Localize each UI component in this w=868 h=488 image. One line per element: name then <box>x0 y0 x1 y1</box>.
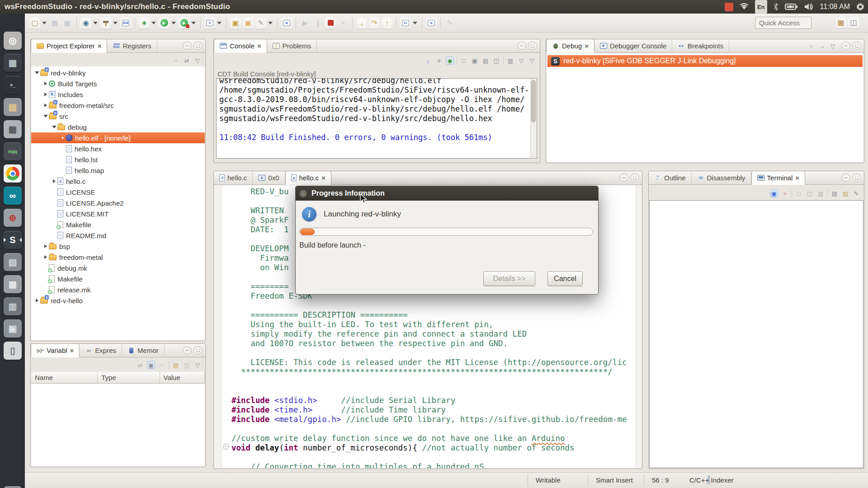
tree-item-freedom-metal[interactable]: freedom-metal <box>31 252 205 263</box>
display-console-icon[interactable]: ◫ <box>492 56 500 65</box>
view-menu-icon[interactable]: ▽ <box>528 56 536 65</box>
settings-gear-icon[interactable] <box>856 0 864 14</box>
volume-icon[interactable] <box>804 0 814 14</box>
debug-target-icon[interactable]: ◉ <box>80 17 92 29</box>
tree-item-build-targets[interactable]: Build Targets <box>31 78 205 89</box>
save-icon[interactable]: ▦ <box>49 17 61 29</box>
show-columns-icon[interactable]: ⇄ <box>136 361 144 369</box>
expander-open-icon[interactable] <box>34 71 40 74</box>
app-indicator-icon[interactable] <box>725 0 733 14</box>
binary-icon[interactable]: 010 <box>120 17 132 29</box>
dropdown-arrow-icon[interactable] <box>412 17 418 29</box>
dropdown-arrow-icon[interactable] <box>267 17 274 29</box>
console-scrollbar[interactable] <box>530 79 536 159</box>
launcher-item-tools[interactable]: ⊕ <box>4 209 22 227</box>
debug-tab-breakpoints[interactable]: Breakpoints <box>672 39 729 52</box>
export-icon[interactable]: ◫ <box>183 361 191 369</box>
variables-table-body[interactable] <box>31 384 205 466</box>
tree-item-hello-map[interactable]: hello.map <box>31 165 205 176</box>
folder-icon[interactable]: ▣ <box>242 17 254 29</box>
right-tab-outline[interactable]: Outline <box>649 171 692 184</box>
expander-closed-icon[interactable] <box>42 255 49 259</box>
launcher-item-dash-home[interactable]: ◎ <box>4 32 22 50</box>
pin-editor-icon[interactable]: ✎ <box>444 17 456 29</box>
new-wizard-icon[interactable]: ▢ <box>29 17 41 29</box>
lock-terminal-icon[interactable]: ▥ <box>816 189 825 197</box>
maximize-icon[interactable]: □ <box>852 174 861 182</box>
new-view-icon[interactable]: ▤ <box>172 361 180 369</box>
expander-open-icon[interactable] <box>42 115 49 117</box>
minimize-icon[interactable]: ─ <box>517 42 526 50</box>
tree-item-debug-mk[interactable]: debug.mk <box>31 263 205 273</box>
close-terminal-icon[interactable]: ◫ <box>806 189 814 197</box>
step-return-icon[interactable]: ↑ <box>381 17 393 29</box>
input-language-badge[interactable]: En <box>755 0 767 14</box>
close-icon[interactable]: × <box>585 42 589 50</box>
tree-item-makefile[interactable]: Makefile <box>31 219 205 230</box>
column-header-type[interactable]: Type <box>98 372 160 383</box>
tree-item-hello-c[interactable]: hello.c <box>31 176 205 187</box>
launcher-item-app-13[interactable]: ▥ <box>4 297 22 315</box>
launcher-item-app-12[interactable]: ▦ <box>4 275 22 293</box>
tree-item-readme-md[interactable]: README.md <box>31 230 205 241</box>
save-all-icon[interactable]: ▦ <box>61 17 73 29</box>
close-icon[interactable]: × <box>257 42 261 50</box>
expander-mini-icon[interactable] <box>60 136 66 139</box>
dropdown-arrow-icon[interactable] <box>190 17 197 29</box>
dropdown-arrow-icon[interactable] <box>170 17 177 29</box>
editor-tab-0x0[interactable]: 0x0 <box>253 171 285 184</box>
cancel-button[interactable]: Cancel <box>547 271 583 286</box>
perspective-open-icon[interactable]: ▦ <box>835 17 847 28</box>
tree-item-debug[interactable]: debug <box>31 122 205 132</box>
tree-item-release-mk[interactable]: release.mk <box>31 284 205 295</box>
tree-item-hello-lst[interactable]: hello.lst <box>31 154 205 165</box>
column-header-value[interactable]: Value <box>160 372 205 383</box>
explorer-tab-registers[interactable]: 1010 0101Registers <box>107 39 157 52</box>
dialog-titlebar[interactable]: Progress Information <box>296 186 598 201</box>
tree-item-freedom-metal-src[interactable]: freedom-metal/src <box>31 100 205 111</box>
console-window-icon[interactable]: ▤ <box>281 17 292 29</box>
disconnect-icon[interactable]: × <box>337 17 349 29</box>
launch-icon[interactable]: ✎ <box>255 17 267 29</box>
tree-item-hello-elf-none-le[interactable]: hello.elf - [none/le] <box>31 132 205 143</box>
minimize-icon[interactable]: ─ <box>619 174 628 182</box>
show-logical-structure-icon[interactable]: ▣ <box>147 361 155 369</box>
maximize-icon[interactable]: □ <box>852 42 861 50</box>
dropdown-arrow-icon[interactable] <box>151 17 157 29</box>
console-tab-problems[interactable]: Problems <box>267 39 317 52</box>
profile-icon[interactable]: ▶ <box>178 17 190 29</box>
tree-item-includes[interactable]: Includes <box>31 89 205 100</box>
launcher-item-notepadqq[interactable]: nqq <box>4 142 22 160</box>
maximize-icon[interactable]: □ <box>630 174 639 182</box>
expander-closed-icon[interactable] <box>51 179 57 183</box>
view-menu-icon[interactable]: ▽ <box>193 361 202 369</box>
debug-tab-debug[interactable]: Debug× <box>546 39 594 53</box>
launcher-item-chrome[interactable] <box>4 164 22 183</box>
open-console-icon[interactable]: ▥ <box>506 56 514 65</box>
variables-tab-variabl[interactable]: Variabl× <box>31 343 80 357</box>
maximize-icon[interactable]: □ <box>193 42 203 50</box>
debug-icon[interactable]: ∗ <box>138 17 150 29</box>
expander-closed-icon[interactable] <box>42 93 49 96</box>
bluetooth-icon[interactable] <box>774 0 778 14</box>
quick-access-input[interactable] <box>755 17 811 29</box>
tree-item-bsp[interactable]: bsp <box>31 241 205 252</box>
expander-closed-icon[interactable] <box>34 299 40 302</box>
link-with-editor-icon[interactable]: ⇄ <box>183 56 191 65</box>
minimize-icon[interactable]: ─ <box>841 174 850 182</box>
expander-open-icon[interactable] <box>51 126 57 128</box>
explorer-tab-project-explorer[interactable]: Project Explorer× <box>31 39 107 53</box>
run-icon[interactable]: ▶ <box>158 17 170 29</box>
variables-tab-memor[interactable]: Memor <box>122 343 165 357</box>
minimize-icon[interactable]: ─ <box>183 346 192 354</box>
launcher-item-app-14[interactable]: ▣ <box>4 319 22 338</box>
right-tab-disassembly[interactable]: Disassembly <box>692 171 751 184</box>
console-dropdown-icon[interactable]: ▽ <box>517 56 525 65</box>
tree-item-license[interactable]: LICENSE <box>31 187 205 197</box>
activate-on-output-icon[interactable]: ◉ <box>446 56 454 65</box>
minimize-icon[interactable]: ─ <box>183 42 192 50</box>
dropdown-arrow-icon[interactable] <box>112 17 118 29</box>
editor-overview-ruler[interactable] <box>636 185 642 468</box>
resume-icon[interactable]: ▶ <box>299 17 311 29</box>
tree-item-src[interactable]: src <box>31 111 205 122</box>
